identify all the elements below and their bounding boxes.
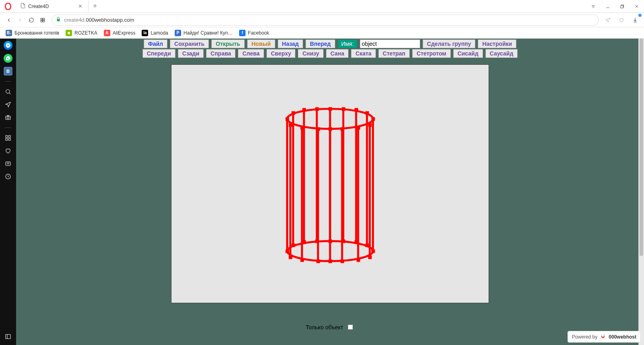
separator (5, 81, 11, 82)
svg-rect-9 (41, 18, 42, 20)
sidebar-toggle-icon[interactable] (4, 332, 12, 341)
nav-forward-button[interactable] (14, 14, 26, 26)
settings-button[interactable]: Настройки (478, 39, 516, 48)
bookmarks-bar: B. Бронювання готелів ☻ ROZETKA A AliExp… (0, 27, 644, 39)
view-sauside-button[interactable]: Саусайд (485, 49, 518, 58)
reload-button[interactable] (26, 14, 37, 26)
send-icon[interactable] (4, 100, 12, 109)
canvas-viewport[interactable] (171, 64, 489, 303)
tab-close-button[interactable]: ✕ (76, 3, 84, 9)
svg-rect-6 (621, 6, 623, 8)
save-button[interactable]: Сохранить (170, 39, 209, 48)
svg-rect-11 (41, 20, 42, 22)
view-left-button[interactable]: Слева (238, 49, 264, 58)
svg-rect-58 (302, 240, 306, 244)
bookmark-favicon: la (142, 30, 148, 36)
forward-button[interactable]: Вперед (305, 39, 335, 48)
svg-rect-61 (316, 127, 320, 131)
browser-title-bar: Create4D ✕ + (0, 0, 644, 13)
news-icon[interactable] (4, 159, 12, 168)
svg-point-0 (5, 3, 11, 10)
maximize-button[interactable] (615, 0, 630, 13)
flame-icon (600, 333, 606, 341)
heart-icon[interactable] (616, 14, 627, 26)
whatsapp-icon[interactable] (4, 54, 12, 63)
send-page-icon[interactable] (602, 14, 613, 26)
svg-rect-73 (357, 126, 360, 129)
search-icon[interactable] (4, 87, 12, 96)
powered-by-text: Powered by (572, 334, 597, 340)
svg-rect-59 (315, 107, 319, 111)
svg-rect-57 (302, 108, 306, 112)
new-tab-button[interactable]: + (89, 2, 101, 10)
minimize-button[interactable] (601, 0, 615, 13)
svg-rect-74 (357, 258, 360, 262)
view-stetrotom-button[interactable]: Стетротом (412, 49, 451, 58)
hosting-badge[interactable]: Powered by 000webhost (568, 331, 641, 343)
svg-rect-60 (315, 240, 319, 243)
vk-icon[interactable]: B (4, 67, 12, 76)
bookmark-favicon: A (104, 30, 110, 36)
bookmarks-icon[interactable] (4, 146, 12, 155)
opera-logo[interactable] (0, 0, 16, 13)
svg-rect-76 (365, 243, 369, 247)
bookmark-label: Facebook (248, 30, 269, 36)
bookmark-item[interactable]: B. Бронювання готелів (6, 30, 59, 36)
downloads-badge (638, 14, 642, 17)
svg-rect-66 (328, 259, 332, 263)
view-stetrap-button[interactable]: Стетрап (378, 49, 410, 58)
only-object-option: Только объект (306, 323, 355, 331)
bookmark-favicon: ☻ (66, 30, 72, 36)
view-sana-button[interactable]: Сана (326, 49, 349, 58)
open-button[interactable]: Открыть (211, 39, 245, 48)
svg-rect-62 (316, 259, 320, 263)
file-button[interactable]: Файл (144, 39, 167, 48)
address-input[interactable]: create4d.000webhostapp.com (52, 14, 599, 26)
svg-rect-56 (300, 258, 304, 262)
bookmark-item[interactable]: A AliExpress (104, 30, 136, 36)
svg-rect-52 (289, 255, 292, 259)
snapshot-icon[interactable] (4, 113, 12, 122)
svg-rect-55 (300, 126, 304, 129)
sidebar-rail: B (0, 39, 16, 345)
view-siside-button[interactable]: Сисайд (453, 49, 483, 58)
url-prefix: create4d. (64, 17, 86, 23)
make-group-button[interactable]: Сделать группу (423, 39, 476, 48)
messenger-icon[interactable] (4, 41, 12, 50)
speed-dial-button[interactable] (37, 14, 48, 26)
only-object-checkbox[interactable] (348, 324, 353, 330)
bookmark-label: Найди! Сравни! Куп… (184, 30, 233, 36)
close-window-button[interactable] (630, 0, 644, 13)
history-icon[interactable] (4, 172, 12, 181)
view-right-button[interactable]: Справа (206, 49, 235, 58)
bookmark-item[interactable]: P Найди! Сравни! Куп… (175, 30, 233, 36)
svg-rect-54 (291, 243, 295, 247)
view-bottom-button[interactable]: Снизу (298, 49, 324, 58)
svg-rect-12 (43, 20, 45, 22)
nav-back-button[interactable] (3, 14, 14, 26)
easy-setup-icon[interactable] (586, 0, 601, 13)
svg-rect-29 (6, 335, 10, 339)
scrollbar-thumb[interactable] (640, 39, 643, 256)
name-input[interactable] (360, 39, 420, 48)
downloads-icon[interactable] (630, 14, 641, 26)
view-skata-button[interactable]: Ската (351, 49, 376, 58)
view-back-button[interactable]: Сзади (178, 49, 204, 58)
bookmark-favicon: B. (6, 30, 12, 36)
main-row: B Файл Сохранить Открыть Новый Назад Впе… (0, 39, 644, 345)
svg-rect-53 (291, 111, 295, 115)
page-scrollbar[interactable] (638, 39, 644, 345)
extensions-icon[interactable] (4, 133, 12, 142)
view-front-button[interactable]: Спереди (142, 49, 175, 58)
bookmark-label: ROZETKA (74, 30, 97, 36)
bookmark-item[interactable]: la Lamoda (142, 30, 168, 36)
svg-line-17 (9, 93, 10, 94)
bookmark-item[interactable]: f Facebook (239, 30, 269, 36)
view-top-button[interactable]: Сверху (266, 49, 295, 58)
browser-tab[interactable]: Create4D ✕ (16, 0, 89, 12)
separator (5, 127, 11, 128)
bookmark-item[interactable]: ☻ ROZETKA (66, 30, 97, 36)
svg-rect-71 (355, 108, 358, 112)
back-button[interactable]: Назад (278, 39, 303, 48)
new-button[interactable]: Новый (247, 39, 275, 48)
